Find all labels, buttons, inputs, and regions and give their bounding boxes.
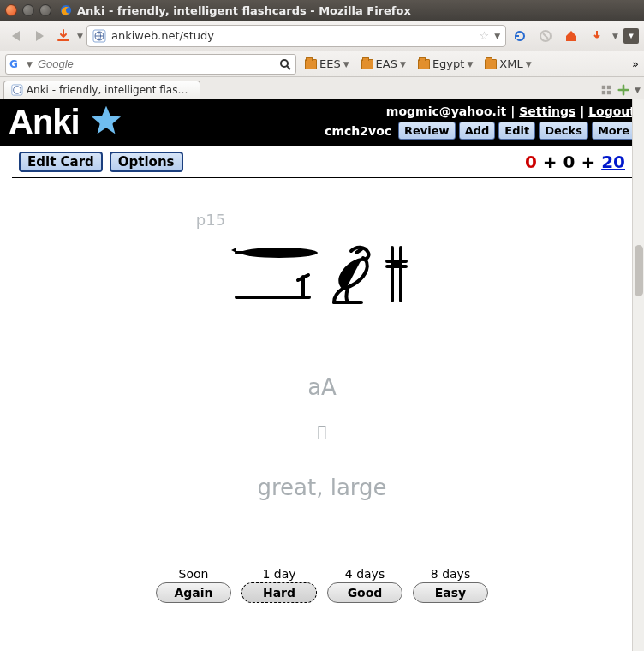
deck-name: cmch2voc [325,124,391,138]
svg-rect-10 [602,91,605,94]
search-box[interactable]: G ▼ [5,54,296,75]
stop-button[interactable] [535,26,556,46]
bookmarks-overflow-icon[interactable]: » [632,57,639,70]
folder-icon [361,59,373,69]
forward-button[interactable] [29,26,50,46]
card-meaning: great, large [0,475,644,500]
review-button[interactable]: Review [398,122,456,140]
count-due: 20 [601,152,625,172]
card-transliteration: aA [0,374,644,400]
url-text: ankiweb.net/study [111,29,474,42]
add-button[interactable]: Add [459,122,496,140]
card-determinative: 𓏛 [0,422,644,440]
addon-menu-arrow[interactable]: ▼ [612,32,618,40]
scrollbar-thumb[interactable] [635,245,643,296]
answer-again-button[interactable]: Again [156,582,231,603]
more-button[interactable]: More [592,122,635,140]
options-button[interactable]: Options [110,152,183,172]
window-maximize-button[interactable] [39,4,51,16]
edit-button[interactable]: Edit [498,122,535,140]
svg-point-13 [392,260,401,268]
tab-strip: Anki - friendly, intelligent flash… ▼ [0,77,644,99]
window-title: Anki - friendly, intelligent flashcards … [77,4,411,17]
url-bar[interactable]: ankiweb.net/study ☆ ▼ [86,25,506,47]
window-titlebar: Anki - friendly, intelligent flashcards … [0,0,644,21]
window-minimize-button[interactable] [22,4,34,16]
bookmarks-toolbar: G ▼ EES ▼ EAS ▼ Egypt ▼ XML ▼ » [0,51,644,77]
site-identity-icon[interactable] [92,29,106,43]
svg-text:G: G [9,58,18,70]
search-engine-arrow[interactable]: ▼ [27,60,33,69]
page-content: Anki mogmic@yahoo.it | Settings | Logout… [0,99,644,651]
folder-icon [485,59,497,69]
back-button[interactable] [5,26,26,46]
google-icon: G [9,57,23,71]
user-email: mogmic@yahoo.it [386,105,507,118]
tab-groups-icon[interactable] [600,84,612,96]
search-input[interactable] [36,57,275,71]
count-learn: 0 [564,152,575,172]
reload-button[interactable] [510,26,530,46]
answer-again: Soon Again [156,567,231,603]
count-new: 0 [525,152,537,172]
browser-tab[interactable]: Anki - friendly, intelligent flash… [3,81,200,99]
decks-button[interactable]: Decks [539,122,588,140]
downloads-menu-arrow[interactable]: ▼ [77,32,83,40]
answer-easy: 8 days Easy [413,567,488,603]
svg-rect-9 [607,86,611,89]
folder-icon [305,59,317,69]
browser-nav-toolbar: ▼ ankiweb.net/study ☆ ▼ ▼ ▾ [0,21,644,51]
bookmark-folder-egypt[interactable]: Egypt ▼ [414,56,476,72]
card-hieroglyphs [228,241,416,323]
flashcard: p15 [0,211,644,500]
firefox-icon [60,4,72,16]
bookmark-folder-eas[interactable]: EAS ▼ [358,56,409,72]
answer-interval: 8 days [431,567,470,581]
answer-interval: Soon [179,567,209,581]
tab-favicon [11,84,23,96]
answer-interval: 4 days [345,567,385,581]
svg-point-12 [241,248,318,258]
anki-star-icon [83,101,129,142]
new-tab-button[interactable] [617,84,629,96]
logout-link[interactable]: Logout [588,105,635,118]
url-history-arrow[interactable]: ▼ [494,32,500,40]
anki-header: Anki mogmic@yahoo.it | Settings | Logout… [0,99,644,146]
settings-link[interactable]: Settings [519,105,575,118]
folder-icon [418,59,430,69]
anki-logo-text: Anki [9,103,80,141]
study-separator [12,177,632,178]
svg-rect-11 [607,91,611,94]
search-icon[interactable] [278,57,292,71]
bookmark-folder-xml[interactable]: XML ▼ [481,56,534,72]
answer-hard: 1 day Hard [242,567,317,603]
svg-point-5 [281,60,288,67]
addon-button[interactable] [587,26,607,46]
answer-interval: 1 day [262,567,295,581]
edit-card-button[interactable]: Edit Card [19,152,103,172]
answer-hard-button[interactable]: Hard [242,582,317,603]
app-menu-button[interactable]: ▾ [623,28,639,44]
card-reference: p15 [0,211,644,229]
tab-title: Anki - friendly, intelligent flash… [27,84,193,96]
svg-rect-8 [602,86,605,89]
anki-logo[interactable]: Anki [9,101,129,142]
tabs-list-arrow[interactable]: ▼ [635,86,641,94]
bookmark-label: Egypt [432,57,465,70]
card-counts: 0 + 0 + 20 [525,152,625,172]
window-close-button[interactable] [5,4,17,16]
page-scrollbar[interactable] [632,99,644,651]
bookmark-label: EES [319,57,341,70]
downloads-button[interactable] [53,26,74,46]
answer-buttons-row: Soon Again 1 day Hard 4 days Good 8 days… [0,567,644,603]
study-top-row: Edit Card Options 0 + 0 + 20 [0,146,644,176]
bookmark-folder-ees[interactable]: EES ▼ [301,56,353,72]
answer-good: 4 days Good [327,567,402,603]
answer-easy-button[interactable]: Easy [413,582,488,603]
bookmark-star-icon[interactable]: ☆ [480,29,490,42]
bookmark-label: XML [499,57,522,70]
home-button[interactable] [561,26,581,46]
answer-good-button[interactable]: Good [327,582,402,603]
bookmark-label: EAS [376,57,397,70]
